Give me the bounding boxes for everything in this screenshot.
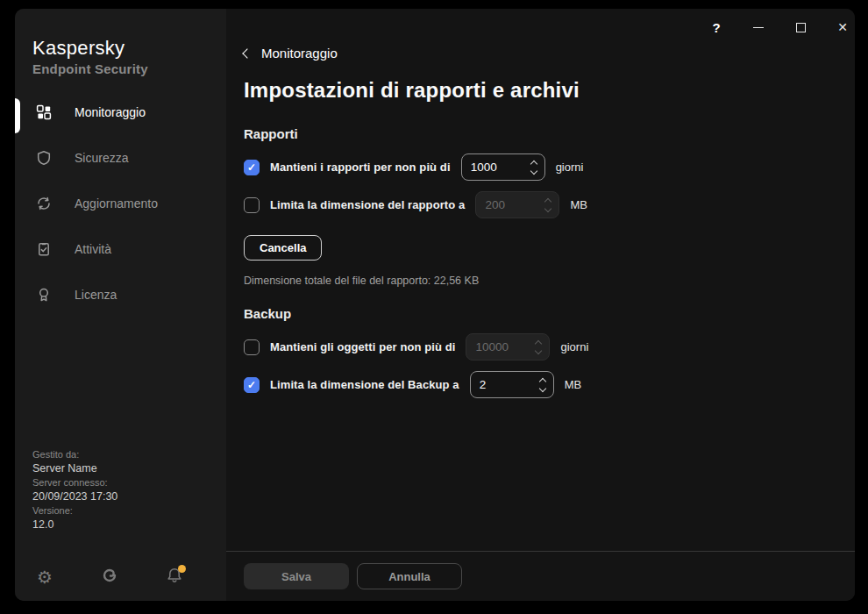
- limit-report-size-row: ✓ Limita la dimensione del rapporto a MB: [244, 191, 855, 218]
- help-icon: ?: [712, 20, 720, 35]
- content-area: Monitoraggio Impostazioni di rapporti e …: [226, 9, 855, 601]
- support-button[interactable]: [101, 568, 118, 587]
- minimize-button[interactable]: [748, 17, 769, 38]
- spin-down-icon[interactable]: [538, 384, 545, 391]
- gear-icon: ⚙: [37, 568, 53, 586]
- maximize-icon: [796, 23, 806, 32]
- close-icon: ✕: [837, 20, 848, 34]
- version-value: 12.0: [32, 518, 117, 532]
- cancel-button[interactable]: Annulla: [357, 563, 462, 589]
- sidebar-item-monitoraggio[interactable]: Monitoraggio: [15, 89, 226, 135]
- sidebar-item-label: Sicurezza: [75, 151, 128, 165]
- clear-button[interactable]: Cancella: [244, 235, 322, 261]
- limit-report-size-label: Limita la dimensione del rapporto a: [270, 198, 465, 211]
- spinner-control[interactable]: [545, 192, 551, 218]
- tasks-icon: [36, 241, 52, 257]
- sidebar-nav: Monitoraggio Sicurezza: [15, 89, 226, 318]
- app-window: ? ✕ Kaspersky Endpoint Security Mon: [15, 9, 855, 601]
- active-item-indicator: [15, 98, 20, 133]
- reports-section-heading: Rapporti: [244, 126, 855, 141]
- spin-down-icon[interactable]: [530, 167, 537, 174]
- sidebar-item-label: Aggiornamento: [75, 196, 158, 211]
- limit-report-size-checkbox[interactable]: ✓: [244, 197, 260, 213]
- check-icon: ✓: [247, 380, 256, 390]
- sidebar-item-label: Monitoraggio: [75, 105, 146, 119]
- sidebar-item-sicurezza[interactable]: Sicurezza: [15, 135, 226, 181]
- refresh-icon: [36, 196, 52, 211]
- limit-backup-size-checkbox[interactable]: ✓: [244, 377, 260, 393]
- server-connected-value: 20/09/2023 17:30: [32, 489, 117, 503]
- backup-section-heading: Backup: [244, 306, 855, 321]
- brand-name: Kaspersky: [32, 37, 226, 60]
- keep-reports-days-field: [461, 154, 545, 181]
- settings-page: Monitoraggio Impostazioni di rapporti e …: [226, 9, 855, 551]
- spinner-control[interactable]: [531, 154, 537, 180]
- spin-down-icon[interactable]: [535, 346, 542, 353]
- brand-logo: Kaspersky Endpoint Security: [32, 37, 226, 76]
- back-link[interactable]: Monitoraggio: [244, 46, 338, 61]
- license-icon: [36, 287, 52, 303]
- save-button[interactable]: Salva: [244, 563, 349, 589]
- notification-badge: [178, 565, 186, 573]
- sidebar-item-aggiornamento[interactable]: Aggiornamento: [15, 181, 226, 226]
- spin-up-icon[interactable]: [544, 197, 551, 204]
- sidebar: Kaspersky Endpoint Security Monitoraggio: [15, 9, 226, 601]
- report-file-size-note: Dimensione totale del file del rapporto:…: [244, 275, 855, 287]
- limit-backup-size-row: ✓ Limita la dimensione del Backup a MB: [244, 371, 855, 398]
- unit-label: giorni: [556, 161, 584, 174]
- footer-bar: Salva Annulla: [226, 551, 855, 601]
- managed-by-value: Server Name: [32, 461, 117, 475]
- keep-reports-checkbox[interactable]: ✓: [244, 160, 260, 175]
- grid-icon: [36, 104, 52, 120]
- spinner-control[interactable]: [536, 334, 541, 360]
- sidebar-item-label: Licenza: [75, 288, 117, 302]
- unit-label: MB: [570, 198, 587, 211]
- help-button[interactable]: ?: [706, 17, 727, 38]
- notifications-button[interactable]: [166, 568, 183, 587]
- back-label: Monitoraggio: [261, 46, 338, 61]
- managed-by-label: Gestito da:: [32, 447, 117, 461]
- version-label: Versione:: [32, 503, 117, 518]
- spinner-control[interactable]: [540, 372, 545, 397]
- settings-button[interactable]: ⚙: [36, 568, 53, 587]
- keep-objects-label: Mantieni gli oggetti per non più di: [270, 340, 455, 353]
- report-size-input[interactable]: [476, 198, 530, 211]
- report-size-field: [475, 191, 559, 218]
- unit-label: giorni: [560, 340, 588, 353]
- limit-backup-size-label: Limita la dimensione del Backup a: [270, 378, 459, 391]
- maximize-button[interactable]: [790, 17, 811, 38]
- sidebar-item-attivita[interactable]: Attività: [15, 226, 226, 272]
- keep-reports-row: ✓ Mantieni i rapporti per non più di gio…: [244, 154, 855, 181]
- minimize-icon: [753, 27, 764, 28]
- spin-up-icon[interactable]: [535, 339, 542, 346]
- sidebar-item-label: Attività: [75, 242, 111, 256]
- keep-reports-days-input[interactable]: [462, 161, 516, 174]
- check-icon: ✓: [247, 162, 256, 173]
- sidebar-bottom-icons: ⚙: [36, 568, 183, 587]
- server-connected-label: Server connesso:: [32, 475, 117, 489]
- keep-objects-days-field: [466, 333, 550, 361]
- chevron-left-icon: [242, 48, 252, 58]
- keep-reports-label: Mantieni i rapporti per non più di: [270, 161, 451, 174]
- spin-down-icon[interactable]: [544, 204, 551, 211]
- close-button[interactable]: ✕: [832, 17, 853, 38]
- page-title: Impostazioni di rapporti e archivi: [244, 78, 855, 103]
- shield-icon: [36, 150, 52, 166]
- brand-product: Endpoint Security: [32, 61, 226, 76]
- backup-size-field: [470, 371, 554, 398]
- sidebar-item-licenza[interactable]: Licenza: [15, 272, 226, 318]
- keep-objects-days-input[interactable]: [466, 340, 521, 353]
- unit-label: MB: [565, 378, 582, 391]
- support-swirl-icon: [101, 567, 118, 588]
- keep-objects-checkbox[interactable]: ✓: [244, 339, 260, 355]
- window-controls: ? ✕: [706, 17, 853, 38]
- server-info: Gestito da: Server Name Server connesso:…: [32, 447, 117, 532]
- keep-objects-row: ✓ Mantieni gli oggetti per non più di gi…: [244, 333, 855, 361]
- backup-size-input[interactable]: [471, 378, 525, 391]
